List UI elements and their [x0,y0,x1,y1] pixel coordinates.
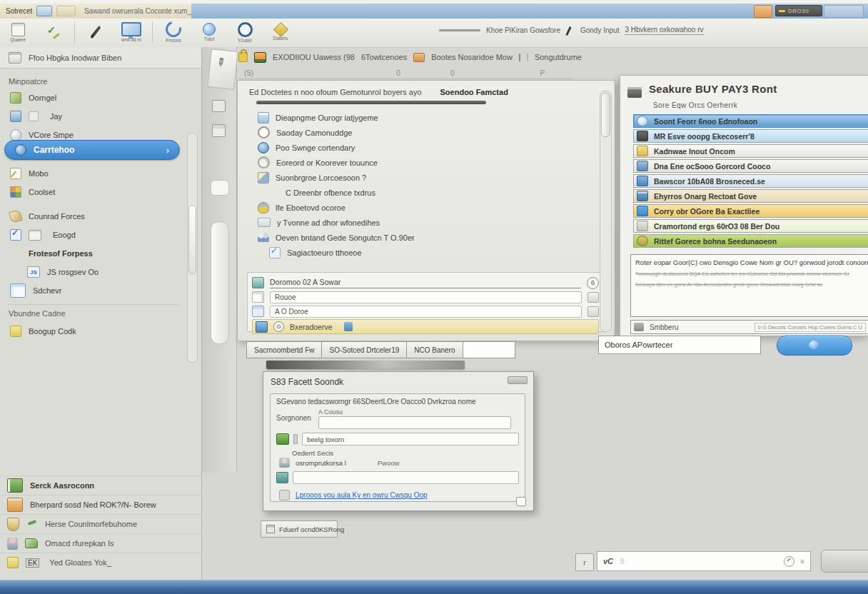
sidebar-item-counrad[interactable]: Counrad Forces [0,207,186,226]
alerts-button[interactable]: Daseru [263,19,298,46]
beelg-input[interactable]: beelg toxorn [302,433,519,446]
route-input[interactable]: Rouoe [270,291,582,303]
subtoolbar-item-1[interactable]: EXODIIOU Uawess (98 [273,53,355,61]
dorove-input[interactable]: A O Doroe [270,306,582,318]
strip-handle[interactable] [211,180,229,196]
option-row-10[interactable]: Sagiactoeuro tthoeoe [238,245,615,260]
edit-button[interactable] [78,19,113,46]
sidebar-header[interactable]: Ffoo Hbgka Inodwar Biben [0,47,201,69]
app-icon[interactable] [36,6,51,16]
spacer [269,188,279,198]
subtoolbar-item-2[interactable]: 6Towtcenoes [361,53,407,61]
option-row-6[interactable]: C Dreenbr ofbence txdrus [238,185,615,200]
toolbar-link-3[interactable]: 3 Hbvkern oxkowahoo rv [625,26,703,35]
status-row-6[interactable]: Ehyrros Onarg Rectoat Gove [633,189,868,203]
minimize-button[interactable]: DRO30 [775,5,822,16]
option-row-9[interactable]: Oeven bntand Gede Songutcn T O.90er [238,230,615,245]
sidebar-item-mobo[interactable]: Mobo [0,164,186,183]
group-row-3[interactable]: A O Doroe [252,304,599,318]
group-row-1[interactable]: Doromoo 02 A Sowar 6 [252,276,599,290]
bottom-item-omacd[interactable]: Omacd rfurepkan Is [0,533,201,553]
scrollbar-thumb[interactable] [188,205,196,274]
bottom-gray-button[interactable] [821,550,868,573]
subtoolbar-item-3[interactable]: Bootes Nosaridoe Mow [431,53,513,61]
dialog-minimize-button[interactable] [508,376,528,384]
window-title: Sawand owruerala Coconte xum_ [84,7,191,15]
status-row-5[interactable]: Bawscor 10bA08 Brosneced.se [633,174,868,188]
option-row-3[interactable]: Poo Swnge cortendary [238,140,615,155]
status-row-7[interactable]: Corry obr OGore Ba Exactliee [633,204,868,218]
footer-button-blank[interactable] [463,341,515,358]
status-row-2[interactable]: MR Esve ooopg Ekecoserr'8 [633,129,868,143]
option-row-1[interactable]: Dieapngme Ourogr iatjygeme [238,110,615,125]
toolbar-link-2[interactable]: Gondy Input [580,26,619,34]
menu-icon[interactable]: ≡ [800,558,804,565]
sidebar-item-selected[interactable]: Carrtehoo › [4,140,180,160]
grid-button[interactable] [212,124,226,137]
browse-button-2[interactable] [587,306,599,317]
footer-button-row: Sacrnoombertd Fw SO-Sotced Drtceler19 NC… [246,341,515,358]
test-connection-button[interactable]: Fduerf ocnd0KSRong [261,520,338,538]
bottom-tool-button[interactable]: r [575,553,594,571]
sidebar-item-frotesof[interactable]: Frotesof Forpess [0,244,186,263]
quick-access-button[interactable] [56,6,76,16]
favorites-button[interactable]: Fmcors [156,19,191,46]
badge-button[interactable]: 6 [587,277,599,289]
status-row-3[interactable]: Kadnwae Inout Oncom [633,144,868,158]
status-row-8[interactable]: Cramortond ergs 60rO3 08 Ber Dou [633,219,868,233]
status-row-9[interactable]: Rittef Gorece bohna Seedunaoeon [633,234,868,248]
pencil-icon[interactable] [784,556,794,567]
bottom-item-serck[interactable]: Serck Aasroconn [0,475,201,495]
blue-chip-icon [637,161,648,171]
tab-general[interactable]: Ed Doctetes n noo ofoum Gemotunrol boyer… [249,88,422,96]
cousu-input[interactable] [318,416,511,429]
app-menu-button[interactable]: Sotrecet [6,7,32,15]
dialog-checkbox[interactable] [516,497,526,506]
bottom-search-bar[interactable]: vC 8 ≡ [597,551,811,571]
sidebar-scrollbar[interactable] [187,133,198,363]
toolbar-link-1[interactable]: Khoe PiKiran Gowsfore [486,26,560,34]
group-row-4-highlighted[interactable]: G Bxeradoerve [252,319,599,334]
footer-button-1[interactable]: Sacrnoombertd Fw [246,341,321,358]
validate-button[interactable] [36,19,71,46]
new-window-button[interactable]: Quaere [0,19,36,46]
display-button[interactable]: wrw dd m [113,19,149,46]
bottom-item-bherpard[interactable]: Bherpard sosd Ned ROK?/N- Borew [0,495,201,514]
bottom-item-herse[interactable]: Herse Counlmorfebuhome [0,514,201,533]
path-input[interactable] [293,471,519,484]
dialog-link[interactable]: Lprooos vou aula Ky en owru Cwsqu Oop [296,491,428,499]
panel-scrollbar[interactable] [600,91,612,332]
sidebar-item-oorngel[interactable]: Oorngel [0,89,186,107]
sidebar-item-sdchevr[interactable]: Sdchevr [0,281,186,300]
subtoolbar-item-4[interactable]: Songutdrume [535,53,582,61]
restore-button[interactable] [824,5,864,18]
option-row-8[interactable]: y Tvonne ad dhor wfonedihes [238,215,615,230]
sidebar-item-js[interactable]: JS JS rosgsev Oo [0,263,186,281]
browse-button[interactable] [587,292,599,303]
option-row-2[interactable]: Saoday Camonuddge [238,125,615,140]
network-button[interactable]: Tutut [191,19,227,46]
user-button[interactable]: Ycuser [227,19,263,46]
tab-selected[interactable]: Soendoo Famctad [440,88,508,96]
sidebar-item-jay[interactable]: Jay [0,107,186,126]
strip-scrollbar-thumb[interactable] [211,221,229,344]
sidebar-item-backup[interactable]: Boogup Codk [0,322,186,341]
collapse-button[interactable] [212,100,226,112]
option-row-5[interactable]: Suonbrgroe Lorcoesoon ? [238,170,615,185]
check-pen-icon [47,26,60,38]
option-row-7[interactable]: lfe Eboetovd ocoroe [238,200,615,215]
group-row-2[interactable]: Rouoe [252,290,599,304]
status-row-4[interactable]: Dna Ene ocSooo Gorcord Cooco [633,159,868,173]
sidebar-item-eoogd[interactable]: Eoogd [0,226,186,244]
password-label: Pwoow [378,459,400,467]
bottom-item-ek[interactable]: EK Yed Gloates Yok_ [0,553,201,572]
sidebar-item-coolset[interactable]: Coolset [0,183,186,201]
option-row-4[interactable]: Eoreord or Koorever touunce [238,155,615,170]
status-row-1[interactable]: Soont Feorr 6noo Ednofoaon [633,114,868,128]
notification-icon[interactable] [754,5,772,18]
scrollbar-thumb[interactable] [601,93,610,137]
appearance-input[interactable] [598,336,761,354]
footer-button-2[interactable]: SO-Sotced Drtceler19 [321,341,406,358]
footer-button-3[interactable]: NCO Banero [406,341,462,358]
confirm-button[interactable] [777,336,852,356]
